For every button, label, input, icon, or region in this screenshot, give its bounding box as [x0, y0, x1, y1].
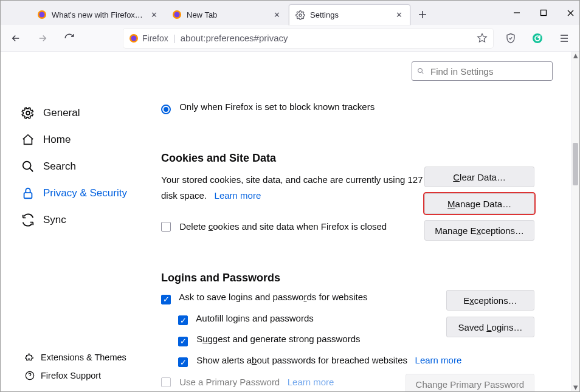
checkbox-checked-icon	[178, 357, 188, 367]
minimize-button[interactable]	[511, 7, 522, 18]
address-text: about:preferences#privacy	[181, 33, 472, 43]
svg-point-7	[131, 35, 137, 41]
svg-point-13	[418, 69, 423, 73]
close-icon[interactable]: ✕	[272, 10, 281, 19]
firefox-icon	[172, 10, 182, 19]
checkbox-unchecked-icon	[161, 377, 171, 387]
close-icon[interactable]: ✕	[394, 10, 404, 20]
preferences-main: Only when Firefox is set to block known …	[151, 52, 571, 391]
firefox-icon	[37, 10, 47, 19]
checkbox-checked-icon	[161, 295, 171, 304]
svg-point-10	[23, 162, 31, 170]
sidebar-support-label: Firefox Support	[41, 371, 101, 380]
ask-save-label: Ask to save logins and passwords for web…	[179, 292, 367, 302]
tab-label: New Tab	[187, 10, 267, 19]
logins-heading: Logins and Passwords	[161, 272, 553, 284]
svg-rect-11	[24, 193, 32, 198]
close-window-button[interactable]	[565, 7, 576, 18]
window-controls	[511, 1, 576, 25]
back-button[interactable]	[7, 29, 25, 47]
svg-point-9	[26, 111, 30, 115]
maximize-button[interactable]	[538, 7, 549, 18]
tracking-radio-label: Only when Firefox is set to block known …	[179, 101, 375, 112]
identity-box[interactable]: Firefox	[129, 33, 168, 43]
grammarly-icon[interactable]	[528, 29, 547, 47]
checkbox-checked-icon	[178, 337, 188, 346]
vertical-scrollbar[interactable]: ▴ ▾	[571, 52, 579, 391]
autofill-label: Autofill logins and passwords	[196, 313, 313, 323]
exceptions-button[interactable]: Exceptions…	[446, 290, 534, 311]
checkbox-checked-icon	[178, 315, 188, 325]
svg-point-8	[533, 33, 542, 43]
new-tab-button[interactable]	[414, 6, 431, 23]
alerts-checkbox[interactable]: Show alerts about passwords for breached…	[178, 355, 553, 368]
search-icon	[21, 160, 35, 173]
alerts-learn-more[interactable]: Learn more	[415, 355, 462, 365]
svg-point-4	[299, 14, 302, 16]
close-icon[interactable]: ✕	[149, 10, 159, 19]
scrollbar-thumb[interactable]	[573, 143, 578, 185]
saved-logins-button[interactable]: Saved Logins…	[446, 317, 534, 337]
search-icon	[417, 67, 424, 75]
sidebar-item-label: General	[43, 107, 80, 119]
change-primary-button[interactable]: Change Primary Password	[406, 374, 534, 391]
sidebar-extensions-link[interactable]: Extensions & Themes	[25, 352, 126, 362]
forward-button[interactable]	[33, 29, 52, 47]
radio-selected-icon	[161, 105, 171, 114]
delete-on-close-label: Delete cookies and site data when Firefo…	[179, 221, 387, 232]
sidebar-item-search[interactable]: Search	[21, 160, 151, 173]
svg-point-1	[40, 12, 45, 18]
tab-label: What's new with Firefox - More	[52, 10, 144, 19]
gear-icon	[21, 106, 35, 120]
tracking-radio-row[interactable]: Only when Firefox is set to block known …	[161, 101, 553, 114]
tab-label: Settings	[310, 10, 389, 19]
gear-icon	[295, 10, 305, 20]
help-icon	[25, 371, 35, 380]
identity-label: Firefox	[142, 33, 168, 43]
cookies-desc: Your stored cookies, site data, and cach…	[161, 174, 449, 201]
sidebar-extensions-label: Extensions & Themes	[41, 352, 126, 362]
shield-icon[interactable]	[502, 29, 520, 47]
svg-rect-5	[541, 10, 547, 16]
sidebar-item-general[interactable]: General	[21, 106, 151, 120]
sidebar-item-sync[interactable]: Sync	[21, 213, 151, 227]
sidebar-support-link[interactable]: Firefox Support	[25, 371, 126, 380]
sync-icon	[21, 213, 35, 227]
primary-learn-more[interactable]: Learn more	[288, 377, 334, 387]
tab-strip: What's new with Firefox - More ✕ New Tab…	[1, 1, 579, 25]
cookies-learn-more[interactable]: Learn more	[215, 190, 261, 201]
tab-whats-new[interactable]: What's new with Firefox - More ✕	[31, 4, 165, 25]
category-sidebar: General Home Search Privacy & Security	[1, 52, 151, 391]
manage-data-button[interactable]: Manage Data…	[424, 193, 534, 214]
scroll-down-icon[interactable]: ▾	[572, 383, 579, 391]
sidebar-item-label: Home	[43, 134, 71, 146]
svg-point-3	[174, 12, 180, 18]
checkbox-unchecked-icon	[161, 222, 171, 232]
app-menu-button[interactable]	[555, 29, 573, 47]
clear-data-button[interactable]: Clear Data…	[424, 167, 534, 187]
reload-button[interactable]	[60, 29, 78, 47]
url-bar[interactable]: Firefox | about:preferences#privacy	[123, 29, 493, 48]
scroll-up-icon[interactable]: ▴	[572, 52, 579, 59]
nav-toolbar: Firefox | about:preferences#privacy	[1, 25, 579, 52]
sidebar-item-label: Sync	[43, 214, 66, 226]
cookies-heading: Cookies and Site Data	[161, 152, 553, 165]
preferences-content: General Home Search Privacy & Security	[1, 52, 571, 391]
lock-icon	[21, 187, 35, 200]
manage-exceptions-button[interactable]: Manage Exceptions…	[424, 220, 534, 241]
search-input[interactable]	[429, 66, 547, 77]
sidebar-item-privacy[interactable]: Privacy & Security	[21, 187, 151, 200]
suggest-label: Suggest and generate strong passwords	[196, 334, 360, 344]
primary-password-label: Use a Primary Password	[179, 377, 280, 387]
alerts-label: Show alerts about passwords for breached…	[196, 355, 407, 365]
sidebar-item-label: Privacy & Security	[43, 187, 127, 199]
puzzle-icon	[25, 352, 35, 362]
tab-new-tab[interactable]: New Tab ✕	[166, 4, 288, 25]
find-in-settings[interactable]	[412, 61, 553, 81]
bookmark-star-icon[interactable]	[477, 33, 488, 44]
sidebar-item-label: Search	[43, 160, 76, 173]
tab-settings[interactable]: Settings ✕	[289, 4, 410, 25]
home-icon	[21, 133, 35, 146]
sidebar-item-home[interactable]: Home	[21, 133, 151, 146]
